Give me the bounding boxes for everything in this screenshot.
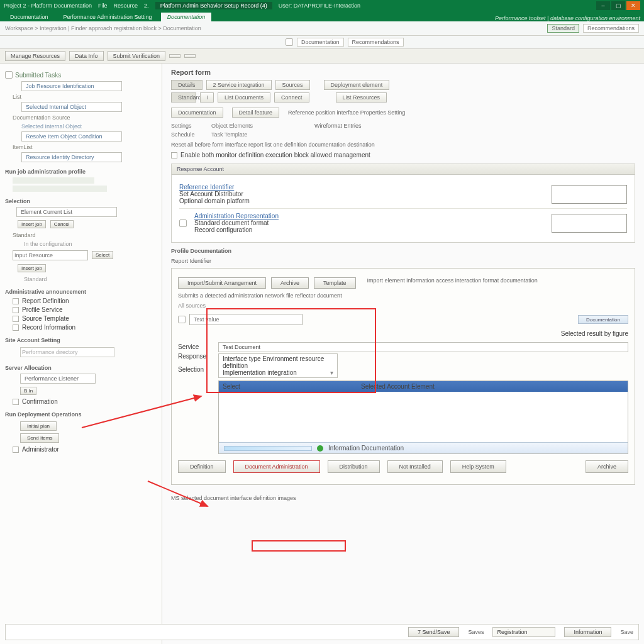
sb-site-input[interactable] <box>20 347 114 357</box>
pill-details[interactable]: Details <box>171 80 203 90</box>
close-button[interactable]: ✕ <box>626 1 640 10</box>
grid-header: Select Selected Account Element <box>219 381 628 392</box>
p2-2[interactable]: I <box>200 92 214 103</box>
seg-link-2[interactable]: Administration Representation <box>194 213 279 219</box>
minimize-button[interactable]: – <box>596 1 610 10</box>
sb-input-2[interactable]: Selected Internal Object <box>21 102 122 112</box>
result-grid: Select Selected Account Element Informat… <box>218 380 628 454</box>
fl-response: Response <box>178 353 213 360</box>
sb-title-check[interactable] <box>5 71 13 79</box>
footer-label: Saves <box>468 629 484 635</box>
sb-bin[interactable]: B In <box>20 387 36 395</box>
pill-sources[interactable]: Sources <box>275 80 310 90</box>
lab-settings: Settings <box>171 123 203 129</box>
context-chip-2[interactable]: Recommendations <box>348 38 404 47</box>
footer-save[interactable]: 7 Send/Save <box>408 627 460 637</box>
search-check[interactable] <box>178 316 186 323</box>
ribbon-tab-perf[interactable]: Performance Administration Setting <box>57 13 158 21</box>
bb-notinst[interactable]: Not Installed <box>387 460 443 473</box>
sbar-right[interactable]: Documentation <box>578 315 628 324</box>
bb-dist[interactable]: Distribution <box>328 460 380 473</box>
enable-check[interactable]: Enable both monitor definition execution… <box>171 152 635 158</box>
btn-detail[interactable]: Detail feature <box>232 108 280 118</box>
bb-def[interactable]: Definition <box>178 460 226 473</box>
seg-input-2[interactable] <box>552 214 627 233</box>
dlg-archive[interactable]: Archive <box>271 277 309 289</box>
p2-5[interactable]: List Resources <box>336 92 387 103</box>
sb-chk-3[interactable]: Source Template <box>13 315 157 322</box>
sb-chk-6[interactable]: Administrator <box>13 446 157 453</box>
active-doc-tab[interactable]: Platform Admin Behavior Setup Record (4) <box>155 2 272 9</box>
sb-btn-elem[interactable]: Element Current List <box>16 207 117 217</box>
main-panel: Report form Details 2 Service integratio… <box>162 64 644 644</box>
context-chip-1[interactable]: Documentation <box>297 38 344 47</box>
status-label: Information Documentation <box>328 445 404 452</box>
sb-small-cancel[interactable]: Cancel <box>50 220 74 228</box>
col-select[interactable]: Select <box>223 383 361 390</box>
p2-3[interactable]: List Documents <box>218 92 270 103</box>
sb-select-btn[interactable]: Select <box>92 251 113 259</box>
sb-input-1[interactable]: Job Resource Identification <box>21 81 122 91</box>
bb-arch[interactable]: Archive <box>586 460 628 473</box>
grid-body[interactable] <box>219 392 628 442</box>
sb-input-3[interactable]: Resolve Item Object Condition <box>21 131 122 142</box>
workspace: Submitted Tasks Job Resource Identificat… <box>0 64 644 644</box>
lab-sched: Schedule <box>171 131 203 138</box>
pill-row-2: Standard I List Documents Connect List R… <box>171 92 635 103</box>
tb-datainfo[interactable]: Data Info <box>69 51 104 61</box>
menu-file[interactable]: File <box>98 3 108 9</box>
tb-submit[interactable]: Submit Verification <box>108 51 166 61</box>
sb-small-3[interactable]: Insert job <box>18 264 46 272</box>
bb-help[interactable]: Help System <box>450 460 506 473</box>
ribbon-subtitle: Performance toolset | database configura… <box>495 15 640 21</box>
p2-1[interactable]: Standard <box>171 92 196 103</box>
main-header: Report form <box>171 69 635 76</box>
sb-small-insert[interactable]: Insert job <box>18 220 46 228</box>
bb-docadmin[interactable]: Document Administration <box>233 460 320 473</box>
desc-line: Reset all before form interface report l… <box>171 142 635 148</box>
sb-initial[interactable]: Initial plan <box>20 421 57 431</box>
sb-input-4[interactable]: Resource Identity Directory <box>21 152 122 162</box>
ribbon-tab-docs[interactable]: Documentation <box>4 13 55 21</box>
sb-send[interactable]: Send Items <box>20 433 59 443</box>
view-chip-recommend[interactable]: Recommendations <box>583 24 639 33</box>
sb-chk-5[interactable]: Confirmation <box>13 398 157 405</box>
footer-save2[interactable]: Save <box>620 629 633 635</box>
menu-resource[interactable]: Resource <box>114 3 138 9</box>
segment-account: Response Account Reference Identifier Se… <box>171 164 635 243</box>
tb-icon-1[interactable] <box>169 54 180 58</box>
sb-link-1[interactable]: Selected Internal Object <box>21 123 157 130</box>
dlg-template[interactable]: Template <box>314 277 356 289</box>
footer-info[interactable]: Information <box>564 627 611 637</box>
sb-perf-btn[interactable]: Performance Listener <box>20 374 96 384</box>
lab-task: Task Template <box>211 131 247 138</box>
fv-response[interactable]: Test Document <box>218 342 628 352</box>
sb-chk-1[interactable]: Report Definition <box>13 297 157 304</box>
pill-row-1: Details 2 Service integration Sources De… <box>171 80 635 90</box>
pill-deploy[interactable]: Deployment element <box>324 80 390 90</box>
search-input[interactable] <box>189 314 303 325</box>
app-title: Project 2 - Platform Documentation <box>4 3 92 9</box>
sb-inline: In the configuration <box>24 241 157 247</box>
tab-index: 2. <box>144 3 149 9</box>
maximize-button[interactable]: ▢ <box>611 1 625 10</box>
tb-manage[interactable]: Manage Resources <box>5 51 65 61</box>
dlg-import[interactable]: Import/Submit Arrangement <box>178 277 266 289</box>
ribbon-tab-active[interactable]: Documentation <box>161 13 212 21</box>
dlg-allsrc: All sources <box>178 303 628 309</box>
seg-cb[interactable] <box>179 219 187 227</box>
seg-link-1[interactable]: Reference Identifier <box>179 184 234 191</box>
fv-sel[interactable]: Interface type Environment resource defi… <box>218 353 338 378</box>
tb-icon-2[interactable] <box>184 54 196 58</box>
context-checkbox[interactable] <box>286 38 293 46</box>
footer-input[interactable] <box>492 627 555 637</box>
seg-input-1[interactable] <box>552 185 627 204</box>
p2-4[interactable]: Connect <box>274 92 309 103</box>
view-chip-standard[interactable]: Standard <box>547 24 579 33</box>
col-account[interactable]: Selected Account Element <box>361 383 435 390</box>
btn-doc[interactable]: Documentation <box>171 108 223 118</box>
sb-resource-input[interactable] <box>13 250 88 260</box>
sb-chk-2[interactable]: Profile Service <box>13 306 157 313</box>
pill-service[interactable]: 2 Service integration <box>206 80 272 90</box>
fl-service: Service <box>178 343 213 350</box>
